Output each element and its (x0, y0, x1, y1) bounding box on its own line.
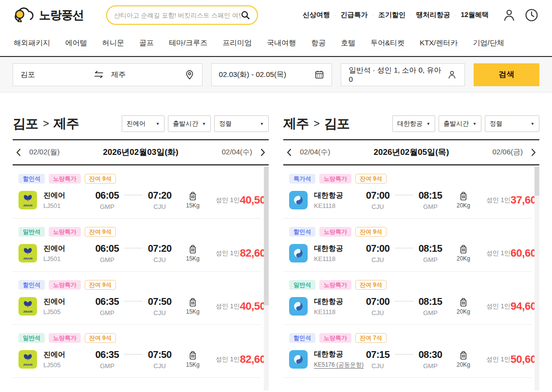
departure-time: 06:35 (91, 349, 123, 360)
next-date[interactable]: 02/06(금) (492, 148, 523, 157)
route-line (395, 354, 413, 355)
koreanair-logo (289, 297, 308, 316)
arrival-airport: GMP (414, 362, 446, 370)
date-range-selector[interactable]: 02.03(화) - 02.05(목) (211, 63, 332, 86)
promo-badge: 노랑특가 (49, 280, 81, 290)
baggage-icon (451, 244, 476, 254)
flight-number: LJ505 (43, 308, 91, 316)
nav-item[interactable]: 기업/단체 (473, 38, 504, 48)
dot-separator: · (372, 12, 374, 18)
user-icon[interactable] (501, 7, 517, 23)
nav-item[interactable]: KTX/렌터카 (420, 38, 458, 48)
swap-route-icon[interactable] (93, 70, 104, 79)
chevron-down-icon: ▼ (473, 122, 477, 126)
search-button[interactable]: 검색 (474, 63, 539, 86)
flight-number: LJ501 (43, 255, 91, 262)
nav-item[interactable]: 해외패키지 (14, 38, 50, 48)
cabin-passenger-selector[interactable]: 일반석 · 성인 1, 소아 0, 유아 0 (341, 63, 465, 86)
nav-item[interactable]: 에어텔 (65, 38, 87, 48)
flight-number: KE1118 (314, 202, 362, 209)
quick-link[interactable]: 긴급특가 (340, 11, 368, 19)
jinair-logo: JINAIR (18, 191, 37, 209)
flight-card[interactable]: 할인석 노랑특가 잔여 9석 JINAIR 진에어 LJ501 06:05 GM… (13, 166, 261, 219)
departure-airport: CJU (362, 309, 394, 317)
header-search-input[interactable] (114, 12, 240, 19)
sort-select[interactable]: 정렬 ▼ (485, 115, 539, 132)
baggage-icon (451, 191, 476, 201)
departure-time: 06:05 (91, 243, 123, 254)
seats-left-badge: 잔여 9석 (355, 174, 386, 184)
next-date-chevron-icon[interactable] (260, 148, 266, 157)
nav-item[interactable]: 국내여행 (267, 38, 296, 48)
promo-badge: 노랑특가 (49, 333, 81, 343)
nav-item[interactable]: 허니문 (102, 38, 124, 48)
baggage-allowance: 20Kg (451, 308, 476, 315)
quick-link[interactable]: 조기할인 (378, 11, 405, 19)
nav-item[interactable]: 테마/크루즈 (169, 38, 207, 48)
flight-card[interactable]: 할인석 노랑특가 잔여 7석 대한항공 KE5176 (공동운항) 07:15 … (283, 325, 532, 378)
quick-link[interactable]: 땡처리항공 (416, 11, 450, 19)
nav-item[interactable]: 골프 (139, 38, 154, 48)
flight-card[interactable]: 할인석 노랑특가 잔여 9석 대한항공 KE1118 07:00 CJU (283, 219, 532, 272)
nav-item[interactable]: 항공 (311, 38, 326, 48)
koreanair-logo (289, 244, 308, 262)
chevron-down-icon: ▼ (156, 122, 160, 126)
seats-left-badge: 잔여 9석 (85, 280, 116, 290)
baggage-allowance: 15Kg (181, 255, 205, 262)
baggage-icon (181, 191, 205, 201)
promo-badge: 노랑특가 (319, 333, 351, 343)
airline-filter-select[interactable]: 진에어 ▼ (122, 115, 165, 132)
flight-card[interactable]: 일반석 노랑특가 잔여 9석 JINAIR 진에어 LJ505 06:35 GM… (13, 325, 261, 378)
departure-city[interactable]: 김포 (20, 70, 93, 79)
nav-item[interactable]: 호텔 (341, 38, 355, 48)
airline-name: 대한항공 (314, 350, 362, 359)
arrival-city[interactable]: 제주 (111, 70, 184, 79)
fare-per-pax: 성인 1인 (216, 249, 240, 258)
baggage-allowance: 20Kg (451, 255, 476, 262)
quick-link[interactable]: 신상여행 (303, 11, 330, 19)
prev-date[interactable]: 02/04(수) (300, 148, 331, 157)
prev-date[interactable]: 02/02(월) (29, 148, 60, 157)
departure-time: 07:00 (362, 296, 394, 307)
top-header: 노랑풍선 신상여행 · 긴급특가 · 조기할인 · 땡처리항공 · 12월혜택 (0, 0, 552, 30)
arrival-time: 07:50 (144, 349, 176, 360)
scrollbar-track (264, 167, 269, 391)
flight-number: LJ505 (43, 361, 91, 369)
flight-card[interactable]: 할인석 노랑특가 잔여 9석 JINAIR 진에어 LJ505 06:35 GM… (13, 272, 261, 325)
seat-class-badge: 일반석 (18, 333, 45, 343)
sort-select[interactable]: 정렬 ▼ (214, 115, 269, 132)
flight-number: LJ501 (43, 202, 91, 209)
quick-link[interactable]: 12월혜택 (460, 11, 489, 19)
brand-logo[interactable]: 노랑풍선 (13, 6, 84, 24)
airline-name: 진에어 (43, 350, 91, 359)
departure-time-filter-select[interactable]: 출발시간 ▼ (439, 115, 481, 132)
nav-item[interactable]: 투어&티켓 (370, 38, 405, 48)
prev-date-chevron-icon[interactable] (16, 148, 21, 157)
promo-badge: 노랑특가 (49, 174, 81, 184)
current-date: 2026년02월03일(화) (60, 147, 222, 158)
brand-name: 노랑풍선 (39, 7, 84, 23)
recent-history-clock-icon[interactable] (524, 7, 539, 23)
flight-card[interactable]: 특가석 노랑특가 잔여 9석 대한항공 KE1118 07:00 CJU (283, 166, 532, 219)
current-date: 2026년02월05일(목) (331, 147, 493, 158)
flight-number-codeshare[interactable]: KE5176 (공동운항) (314, 361, 362, 369)
header-search-box[interactable] (106, 5, 258, 25)
chevron-down-icon: ▼ (426, 122, 430, 126)
departure-time-filter-select[interactable]: 출발시간 ▼ (168, 115, 211, 132)
seats-left-badge: 잔여 9석 (355, 227, 386, 237)
scrollbar-thumb[interactable] (264, 167, 269, 305)
svg-text:JINAIR: JINAIR (23, 257, 33, 260)
baggage-icon (181, 298, 205, 307)
route-selector[interactable]: 김포 제주 (13, 63, 202, 86)
search-icon[interactable] (240, 10, 250, 20)
next-date-chevron-icon[interactable] (531, 148, 536, 157)
next-date[interactable]: 02/04(수) (221, 148, 252, 157)
prev-date-chevron-icon[interactable] (286, 148, 292, 157)
flight-card[interactable]: 일반석 노랑특가 잔여 9석 JINAIR 진에어 LJ501 06:05 GM… (13, 219, 261, 272)
nav-item[interactable]: 프리미엄 (222, 38, 252, 48)
arrival-airport: CJU (144, 309, 176, 317)
airline-filter-select[interactable]: 대한항공 ▼ (392, 115, 435, 132)
scrollbar-thumb[interactable] (534, 167, 539, 196)
departure-airport: GMP (91, 203, 123, 210)
flight-card[interactable]: 일반석 노랑특가 잔여 9석 대한항공 KE1118 07:00 CJU (283, 272, 532, 325)
